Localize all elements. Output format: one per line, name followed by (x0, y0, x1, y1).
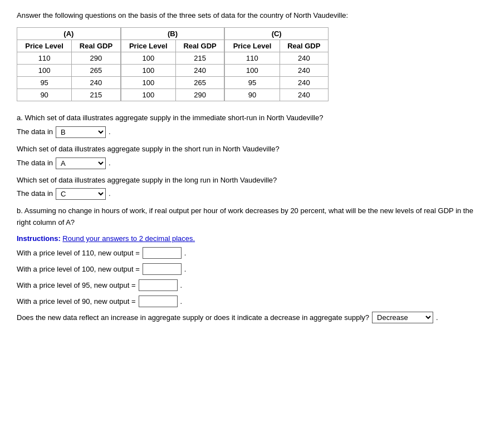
instructions-label: Instructions: (17, 234, 61, 243)
table-cell: 110 (225, 52, 280, 65)
period-1: . (109, 126, 111, 138)
table-cell: 290 (175, 89, 224, 101)
data-tables: (A) Price Level Real GDP 110290100265952… (17, 27, 329, 101)
q-a-immediate-text: a. Which set of data illustrates aggrega… (17, 112, 473, 124)
output-90-prefix: With a price level of 90, new output = (17, 297, 136, 306)
output-90-line: With a price level of 90, new output = . (17, 296, 473, 307)
table-cell: 215 (175, 52, 224, 65)
period-6: . (180, 281, 183, 289)
table-cell: 240 (280, 52, 328, 65)
question-a-short: Which set of data illustrates aggregate … (17, 144, 473, 169)
output-110-line: With a price level of 110, new output = … (17, 247, 473, 259)
table-cell: 240 (280, 89, 328, 101)
table-b-header-gdp: Real GDP (175, 40, 224, 52)
instructions-text: Round your answers to 2 decimal places. (62, 234, 195, 243)
instructions-block: Instructions: Round your answers to 2 de… (17, 234, 473, 243)
table-cell: 95 (225, 77, 280, 89)
output-90-input[interactable] (139, 296, 178, 307)
table-cell: 240 (72, 77, 120, 89)
table-cell: 215 (72, 89, 120, 101)
table-cell: 100 (121, 52, 176, 65)
ans-a-short-select[interactable]: ABC (56, 157, 106, 169)
table-cell: 100 (121, 89, 176, 101)
q-b-text: b. Assuming no change in hours of work, … (17, 205, 473, 229)
period-4: . (184, 249, 187, 257)
period-8: . (436, 313, 438, 322)
table-cell: 265 (72, 65, 120, 77)
table-cell: 290 (72, 52, 120, 65)
final-question-text: Does the new data reflect an increase in… (17, 313, 369, 322)
table-cell: 110 (17, 52, 72, 65)
section-c-label: (C) (225, 28, 328, 40)
question-a-long: Which set of data illustrates aggregate … (17, 175, 473, 200)
answer-a-immediate-line: The data in ABC . (17, 126, 473, 138)
table-cell: 265 (175, 77, 224, 89)
question-b: b. Assuming no change in hours of work, … (17, 205, 473, 229)
section-b-label: (B) (121, 28, 224, 40)
table-cell: 95 (17, 77, 72, 89)
table-section-c: (C) Price Level Real GDP 110240100240952… (224, 28, 328, 101)
table-section-a: (A) Price Level Real GDP 110290100265952… (17, 28, 121, 101)
output-95-line: With a price level of 95, new output = . (17, 279, 473, 291)
table-section-b: (B) Price Level Real GDP 100215100240100… (121, 28, 225, 101)
intro-text: Answer the following questions on the ba… (17, 11, 473, 19)
period-7: . (180, 297, 183, 306)
table-cell: 90 (225, 89, 280, 101)
table-c-header-gdp: Real GDP (280, 40, 328, 52)
final-answer-select[interactable]: IncreaseDecrease (372, 312, 433, 323)
table-cell: 100 (121, 65, 176, 77)
table-a-header-price: Price Level (17, 40, 72, 52)
table-c-header-price: Price Level (225, 40, 280, 52)
table-b-header-price: Price Level (121, 40, 176, 52)
answer-a-long-line: The data in ABC . (17, 188, 473, 200)
table-cell: 100 (17, 65, 72, 77)
output-110-prefix: With a price level of 110, new output = (17, 249, 140, 257)
period-5: . (184, 265, 187, 273)
q-a-long-text: Which set of data illustrates aggregate … (17, 175, 473, 186)
section-a-label: (A) (17, 28, 120, 40)
answer-a-short-line: The data in ABC . (17, 157, 473, 169)
table-a: Price Level Real GDP 1102901002659524090… (17, 40, 120, 101)
table-cell: 240 (175, 65, 224, 77)
period-3: . (109, 188, 111, 200)
final-question-block: Does the new data reflect an increase in… (17, 312, 473, 323)
table-cell: 100 (121, 77, 176, 89)
output-110-input[interactable] (143, 247, 182, 259)
table-a-header-gdp: Real GDP (72, 40, 120, 52)
ans-a-long-select[interactable]: ABC (56, 188, 106, 200)
output-100-prefix: With a price level of 100, new output = (17, 265, 140, 273)
table-b: Price Level Real GDP 1002151002401002651… (121, 40, 224, 101)
ans-a-immediate-select[interactable]: ABC (56, 126, 106, 138)
period-2: . (109, 157, 111, 169)
table-cell: 100 (225, 65, 280, 77)
output-100-line: With a price level of 100, new output = … (17, 263, 473, 275)
question-a-immediate: a. Which set of data illustrates aggrega… (17, 112, 473, 138)
q-a-short-text: Which set of data illustrates aggregate … (17, 144, 473, 155)
output-95-input[interactable] (139, 279, 178, 291)
output-100-input[interactable] (143, 263, 182, 275)
table-cell: 90 (17, 89, 72, 101)
table-c: Price Level Real GDP 1102401002409524090… (225, 40, 328, 101)
output-95-prefix: With a price level of 95, new output = (17, 281, 136, 289)
table-cell: 240 (280, 65, 328, 77)
ans-a-short-prefix: The data in (17, 157, 53, 169)
table-cell: 240 (280, 77, 328, 89)
ans-a-immediate-prefix: The data in (17, 126, 53, 138)
ans-a-long-prefix: The data in (17, 188, 53, 200)
